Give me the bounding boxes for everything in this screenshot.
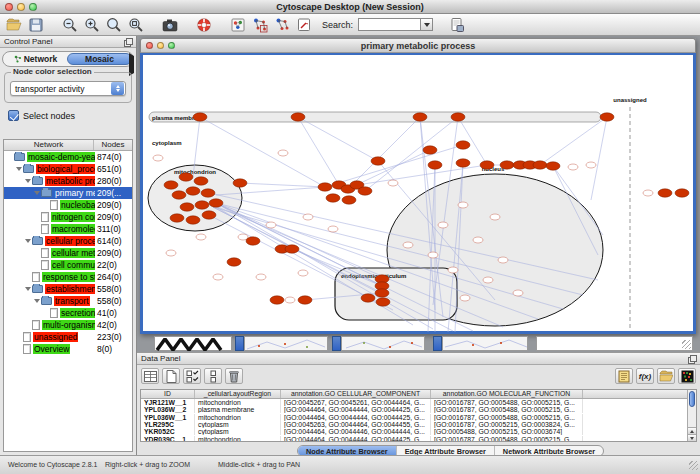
table-scrollbar[interactable]	[687, 390, 696, 441]
network-window-titlebar[interactable]: primary metabolic process	[140, 38, 696, 53]
tree-row[interactable]: Overview8(0)	[4, 343, 132, 355]
network-node[interactable]	[533, 161, 547, 169]
open-icon[interactable]	[4, 15, 24, 35]
network-node[interactable]	[546, 162, 560, 170]
function-builder-icon[interactable]: f(x)	[636, 368, 654, 384]
tree-row[interactable]: secretion41(0)	[4, 307, 132, 319]
network-node[interactable]	[201, 189, 215, 197]
network-node[interactable]	[423, 146, 437, 154]
network-node[interactable]	[358, 187, 372, 195]
search-input[interactable]	[358, 18, 420, 31]
network-node[interactable]	[193, 113, 207, 121]
close-view-button[interactable]	[146, 42, 153, 49]
network-node-unselected[interactable]	[213, 274, 223, 280]
scroll-down-button[interactable]	[688, 434, 696, 441]
network-node[interactable]	[170, 214, 184, 222]
heatmap-icon[interactable]	[678, 368, 696, 384]
background-window[interactable]	[154, 336, 232, 351]
expand-arrow-icon[interactable]	[33, 191, 41, 195]
network-node[interactable]	[186, 187, 200, 195]
background-window[interactable]	[244, 336, 328, 351]
network-node[interactable]	[428, 161, 442, 169]
session-save-icon[interactable]	[447, 15, 467, 35]
table-row[interactable]: YJR121W__1mitochondrion[GO:0045267, GO:0…	[141, 399, 687, 406]
more-tabs-arrow[interactable]	[129, 56, 134, 74]
network-node-unselected[interactable]	[460, 295, 470, 301]
zoom-view-button[interactable]	[168, 42, 175, 49]
resize-grip-icon[interactable]	[689, 461, 698, 470]
expand-arrow-icon[interactable]	[15, 167, 23, 171]
tree-row[interactable]: biological_process651(0)	[4, 163, 132, 175]
network-node[interactable]	[233, 179, 247, 187]
network-node[interactable]	[456, 141, 470, 149]
select-nodes-checkbox[interactable]	[8, 110, 19, 121]
annotation-icon[interactable]	[294, 15, 314, 35]
zoom-fit-icon[interactable]	[126, 15, 146, 35]
network-node[interactable]	[376, 298, 390, 306]
network-node-unselected[interactable]	[438, 222, 448, 228]
tree-row[interactable]: primary metabo209(...	[4, 187, 132, 199]
float-panel-icon[interactable]	[124, 38, 132, 46]
network-node[interactable]	[195, 201, 209, 209]
network-node-unselected[interactable]	[266, 222, 276, 228]
zoom-window-button[interactable]	[29, 3, 37, 11]
network-node-unselected[interactable]	[166, 250, 176, 256]
network-node[interactable]	[227, 258, 241, 266]
zoom-in-icon[interactable]	[82, 15, 102, 35]
table-row[interactable]: YDR039C__1mitochondrion[GO:0044464, GO:0…	[141, 435, 687, 441]
network-node[interactable]	[179, 173, 193, 181]
network-view-window[interactable]: primary metabolic process plasma membran…	[140, 38, 696, 334]
table-row[interactable]: YPL036W__2plasma membrane[GO:0044464, GO…	[141, 406, 687, 413]
network-node[interactable]	[194, 177, 208, 185]
vizmapper-icon[interactable]	[228, 15, 248, 35]
background-window-border[interactable]	[332, 336, 341, 351]
attribute-table-icon[interactable]	[141, 368, 159, 384]
network-node-unselected[interactable]	[586, 162, 596, 168]
network-node-unselected[interactable]	[643, 190, 653, 196]
network-node[interactable]	[186, 216, 200, 224]
float-panel-icon[interactable]	[688, 355, 696, 363]
create-attribute-icon[interactable]	[162, 368, 180, 384]
network-node[interactable]	[658, 189, 672, 197]
unselect-attributes-icon[interactable]	[204, 368, 222, 384]
expand-arrow-icon[interactable]	[33, 299, 41, 303]
network-node-unselected[interactable]	[490, 214, 500, 220]
table-row[interactable]: YLR295Ccytoplasm[GO:0045263, GO:0044464,…	[141, 421, 687, 428]
merge-networks-icon[interactable]	[250, 15, 270, 35]
app-titlebar[interactable]: Cytoscape Desktop (New Session)	[0, 0, 700, 14]
network-node-unselected[interactable]	[498, 257, 508, 263]
network-node[interactable]	[164, 181, 178, 189]
column-header[interactable]: annotation.GO CELLULAR_COMPONENT	[281, 390, 431, 398]
tree-row[interactable]: cellular metabol209(0)	[4, 247, 132, 259]
network-node[interactable]	[285, 245, 299, 253]
expand-arrow-icon[interactable]	[24, 239, 32, 243]
network-node[interactable]	[246, 237, 260, 245]
tab-mosaic[interactable]: Mosaic	[67, 53, 132, 65]
tree-row[interactable]: mosaic-demo-yeast874(0)	[4, 151, 132, 163]
network-node[interactable]	[209, 199, 223, 207]
tree-row[interactable]: metabolic process280(0)	[4, 175, 132, 187]
expand-arrow-icon[interactable]	[24, 287, 32, 291]
tree-row[interactable]: cellular process614(0)	[4, 235, 132, 247]
delete-attribute-icon[interactable]	[225, 368, 243, 384]
select-attributes-icon[interactable]	[183, 368, 201, 384]
tab-network[interactable]: Network	[4, 53, 67, 65]
tree-row[interactable]: transport558(0)	[4, 295, 132, 307]
tree-row[interactable]: multi-organism pro42(0)	[4, 319, 132, 331]
network-node[interactable]	[600, 113, 614, 121]
expand-arrow-icon[interactable]	[24, 179, 32, 183]
network-node-unselected[interactable]	[403, 242, 413, 248]
network-node[interactable]	[180, 203, 194, 211]
minimize-view-button[interactable]	[157, 42, 164, 49]
network-node-unselected[interactable]	[285, 297, 295, 303]
background-window[interactable]	[341, 336, 425, 351]
tree-row[interactable]: nitrogen compo209(0)	[4, 211, 132, 223]
zoom-selected-icon[interactable]	[104, 15, 124, 35]
network-node[interactable]	[371, 157, 385, 165]
network-node-unselected[interactable]	[483, 277, 493, 283]
network-node[interactable]	[361, 294, 375, 302]
network-node-unselected[interactable]	[458, 202, 468, 208]
zoom-out-icon[interactable]	[60, 15, 80, 35]
close-window-button[interactable]	[5, 3, 13, 11]
table-row[interactable]: YPL036W__1mitochondrion[GO:0044464, GO:0…	[141, 414, 687, 421]
